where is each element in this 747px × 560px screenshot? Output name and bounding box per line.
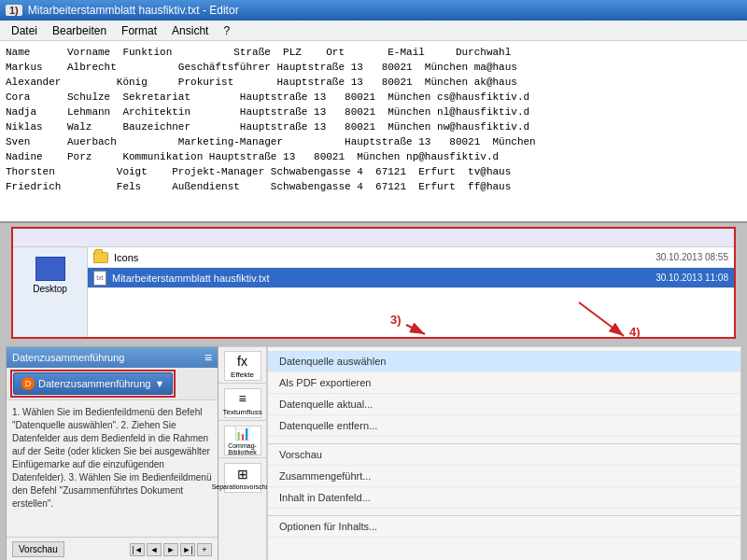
folder-icon [93, 252, 108, 263]
merge-panel-footer: Vorschau |◄ ◄ ► ►| + [7, 537, 218, 560]
menu-help[interactable]: ? [216, 22, 237, 39]
file-row-txt[interactable]: txt Mitarbeiterstammblatt hausfiktiv.txt… [88, 268, 734, 288]
merge-instructions: 1. Wählen Sie im Bedienfeildmenü den Bef… [12, 407, 211, 509]
step3-label: 3) [390, 313, 402, 327]
fx-icon: fx [237, 354, 247, 369]
right-panel-inhalt[interactable]: Inhalt in Datenfeld... [268, 487, 740, 509]
right-panel-datenquelle[interactable]: Datenquelle auswählen [268, 351, 740, 372]
textumfluss-label: Textumfluss [222, 408, 261, 416]
file-name-icons: Icons [114, 252, 655, 263]
editor-content: Name Vorname Funktion Straße PLZ Ort E-M… [6, 45, 741, 194]
file-browser-sidebar: Desktop [13, 247, 88, 337]
file-list: Icons 30.10.2013 08:55 txt Mitarbeiterst… [88, 247, 734, 337]
divider1 [218, 383, 266, 386]
divider3 [218, 457, 266, 461]
merge-arrow-icon: ▼ [154, 378, 164, 389]
right-panel-aktualisieren[interactable]: Datenquelle aktual... [268, 394, 740, 415]
right-panel-entfernen[interactable]: Datenquelle entfern... [268, 415, 740, 437]
merge-panel-title-text: Datenzusammenführung [12, 352, 124, 363]
file-name-txt: Mitarbeiterstammblatt hausfiktiv.txt [112, 273, 655, 284]
sep-icon: ⊞ [237, 467, 248, 482]
merge-toolbar: D Datenzusammenführung ▼ [7, 368, 218, 400]
lower-section: Datenzusammenführung ≡ D Datenzusammenfü… [0, 343, 747, 560]
editor-area[interactable]: Name Vorname Funktion Straße PLZ Ort E-M… [0, 41, 747, 223]
divider2 [218, 420, 266, 424]
nav-prev[interactable]: ◄ [147, 543, 162, 556]
nav-last[interactable]: ►| [180, 543, 195, 556]
divider-r1 [268, 437, 740, 444]
title-bar: 1) Mitarbeiterstammblatt hausfiktiv.txt … [0, 0, 747, 21]
step4-label: 4) [629, 325, 641, 339]
merge-panel-title: Datenzusammenführung ≡ [7, 347, 218, 368]
sep-label: Separationsvorschau [212, 483, 274, 490]
menu-ansicht[interactable]: Ansicht [164, 22, 216, 39]
right-panel: Datenquelle auswählen Als PDF exportiere… [267, 346, 741, 560]
desktop-label: Desktop [33, 284, 67, 294]
merge-panel-menu-icon[interactable]: ≡ [204, 350, 212, 365]
fx-button[interactable]: fx Effekte [224, 351, 261, 381]
file-row-icons[interactable]: Icons 30.10.2013 08:55 [88, 247, 734, 268]
preview-button[interactable]: Vorschau [12, 541, 64, 557]
textumfluss-button[interactable]: ≡ Textumfluss [224, 388, 261, 418]
icons-sidebar: fx Effekte ≡ Textumfluss 📊 Commag-Biblio… [218, 346, 267, 560]
textumfluss-icon: ≡ [238, 391, 246, 406]
divider-r2 [268, 509, 740, 516]
commag-label: Commag-Bibliothek [225, 442, 261, 455]
right-panel-pdf[interactable]: Als PDF exportieren [268, 372, 740, 394]
right-panel-vorschau[interactable]: Vorschau [268, 444, 740, 466]
nav-first[interactable]: |◄ [130, 543, 145, 556]
file-browser: Desktop Icons 30.10.2013 08:55 txt Mitar… [11, 227, 736, 339]
txt-icon: txt [93, 271, 106, 286]
window-title: Mitarbeiterstammblatt hausfiktiv.txt - E… [28, 4, 239, 17]
nav-buttons: |◄ ◄ ► ►| + [130, 543, 212, 556]
menu-bar: Datei Bearbeiten Format Ansicht ? [0, 21, 747, 41]
commag-button[interactable]: 📊 Commag-Bibliothek [224, 426, 261, 455]
sep-button[interactable]: ⊞ Separationsvorschau [224, 463, 261, 493]
right-panel-optionen[interactable]: Optionen für Inhalts... [268, 516, 740, 538]
merge-panel: Datenzusammenführung ≡ D Datenzusammenfü… [6, 346, 218, 560]
file-date-icons: 30.10.2013 08:55 [655, 252, 728, 262]
file-date-txt: 30.10.2013 11:08 [655, 273, 728, 283]
main-container: 1) Mitarbeiterstammblatt hausfiktiv.txt … [0, 0, 747, 560]
file-browser-header [13, 229, 734, 247]
effekte-label: Effekte [231, 371, 254, 379]
commag-icon: 📊 [234, 426, 250, 441]
merge-panel-content: 1. Wählen Sie im Bedienfeildmenü den Bef… [7, 400, 218, 537]
nav-add[interactable]: + [197, 543, 212, 556]
desktop-icon: Desktop [33, 257, 67, 294]
menu-datei[interactable]: Datei [4, 22, 45, 39]
menu-bearbeiten[interactable]: Bearbeiten [45, 22, 114, 39]
desktop-icon-image [35, 257, 65, 281]
merge-dropdown-button[interactable]: D Datenzusammenführung ▼ [13, 372, 173, 395]
step1-badge: 1) [6, 5, 22, 16]
menu-format[interactable]: Format [114, 22, 164, 39]
nav-next[interactable]: ► [163, 543, 178, 556]
right-panel-zusammen[interactable]: Zusammengeführt... [268, 466, 740, 487]
merge-icon: D [21, 377, 35, 390]
merge-button-label: Datenzusammenführung [38, 378, 150, 389]
